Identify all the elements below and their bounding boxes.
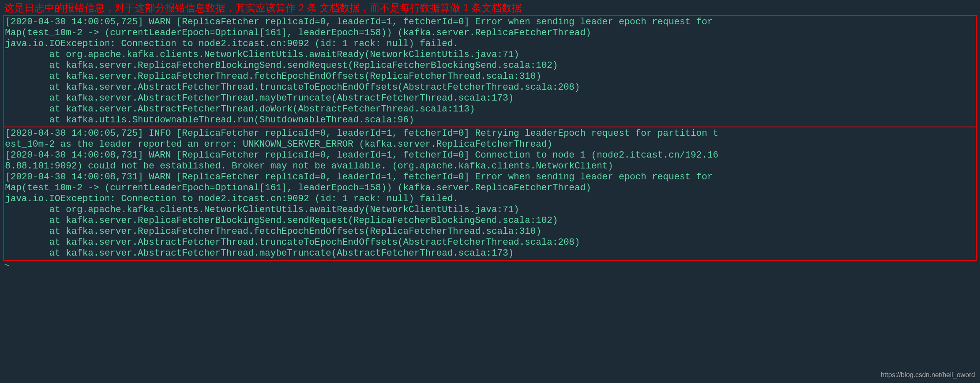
- watermark: https://blog.csdn.net/hell_oword: [881, 370, 975, 380]
- log-text-2: [2020-04-30 14:00:05,725] INFO [ReplicaF…: [4, 127, 976, 260]
- log-text-1: [2020-04-30 14:00:05,725] WARN [ReplicaF…: [4, 16, 976, 127]
- vim-tilde: ~: [0, 261, 980, 272]
- log-block-2: [2020-04-30 14:00:05,725] INFO [ReplicaF…: [3, 127, 977, 261]
- log-block-1: [2020-04-30 14:00:05,725] WARN [ReplicaF…: [3, 15, 977, 127]
- caption-text: 这是日志中的报错信息，对于这部分报错信息数据，其实应该算作 2 条 文档数据，而…: [0, 0, 980, 15]
